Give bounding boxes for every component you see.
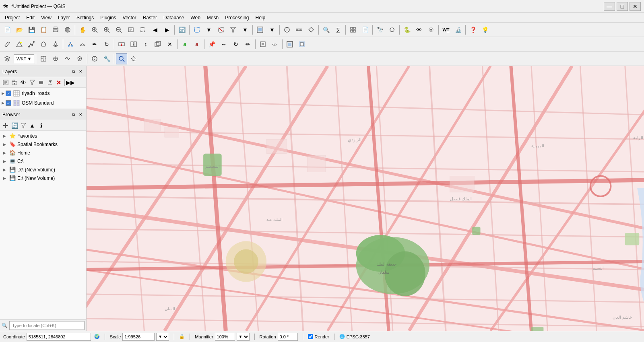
layers-close-btn[interactable]: ✕ bbox=[77, 68, 84, 75]
wt-btn[interactable]: WT bbox=[440, 24, 452, 35]
identify-button[interactable]: i bbox=[281, 24, 293, 35]
label-tool-btn[interactable]: a bbox=[179, 39, 190, 50]
collapse-all-btn[interactable] bbox=[46, 78, 54, 87]
menu-edit[interactable]: Edit bbox=[23, 14, 38, 21]
snap-btn[interactable] bbox=[65, 39, 76, 50]
menu-raster[interactable]: Raster bbox=[140, 14, 160, 21]
browser-close-btn[interactable]: ✕ bbox=[77, 111, 84, 118]
browser-float-btn[interactable]: ⧉ bbox=[70, 111, 76, 118]
expand-all-btn[interactable] bbox=[37, 78, 45, 87]
rotation-input[interactable] bbox=[278, 333, 298, 341]
add-selected-layer-btn[interactable] bbox=[2, 122, 10, 130]
open-layer-styling-btn[interactable] bbox=[2, 78, 10, 87]
menu-database[interactable]: Database bbox=[160, 14, 187, 21]
pin-annotation-btn[interactable]: 📌 bbox=[206, 39, 217, 50]
help-btn[interactable]: ❓ bbox=[467, 24, 479, 35]
layers-float-btn[interactable]: ⧉ bbox=[70, 68, 76, 75]
add-group-btn[interactable] bbox=[10, 78, 19, 87]
invert-sel-btn[interactable] bbox=[296, 39, 308, 50]
search-button[interactable]: 🔍 bbox=[320, 24, 332, 35]
adv-digitize4-btn[interactable] bbox=[74, 53, 85, 64]
debug-btn[interactable] bbox=[128, 53, 139, 64]
rotate-annotation-btn[interactable]: ↻ bbox=[230, 39, 242, 50]
digitize-line-btn[interactable] bbox=[26, 39, 37, 50]
menu-vector[interactable]: Vector bbox=[120, 14, 140, 21]
menu-mesh[interactable]: Mesh bbox=[204, 14, 222, 21]
adv-digitize3-btn[interactable] bbox=[62, 53, 73, 64]
select-area-button[interactable] bbox=[191, 24, 202, 35]
print-composer-button[interactable]: 📄 bbox=[359, 24, 371, 35]
select-dropdown[interactable]: ▼ bbox=[203, 24, 215, 35]
zoom-selection-button[interactable] bbox=[137, 24, 149, 35]
reshape-btn[interactable]: ✒ bbox=[89, 39, 100, 50]
zoom-layer-button[interactable] bbox=[125, 24, 136, 35]
more-options-btn[interactable]: ▶▶ bbox=[66, 78, 74, 87]
rotate-feature-btn[interactable]: ↻ bbox=[101, 39, 112, 50]
browser-collapse-btn[interactable]: ▲ bbox=[28, 122, 36, 130]
zoom-prev-button[interactable]: ◀ bbox=[149, 24, 161, 35]
merge-features-btn[interactable] bbox=[128, 39, 139, 50]
layer-checkbox-osm-standard[interactable]: ✓ bbox=[6, 100, 11, 106]
scale-dropdown[interactable]: ▼ bbox=[156, 333, 169, 341]
zoom-out-button[interactable] bbox=[113, 24, 124, 35]
filter-dropdown[interactable]: ▼ bbox=[239, 24, 251, 35]
toggle-editing-btn[interactable] bbox=[2, 39, 13, 50]
tree-item-c-drive[interactable]: ▶ 💻 C:\ bbox=[0, 157, 86, 165]
change-annotation-btn[interactable]: ✏ bbox=[242, 39, 254, 50]
adv-digitize2-btn[interactable] bbox=[50, 53, 61, 64]
zoom-next-button[interactable]: ▶ bbox=[161, 24, 173, 35]
magnifier-input[interactable] bbox=[215, 333, 235, 341]
copy-move-btn[interactable] bbox=[152, 39, 163, 50]
move-feature-btn[interactable]: ↕ bbox=[140, 39, 151, 50]
menu-layer[interactable]: Layer bbox=[55, 14, 73, 21]
trace-btn[interactable] bbox=[77, 39, 88, 50]
layer-item-riyadh-roads[interactable]: ▶ ✓ riyadh_roads bbox=[0, 89, 86, 98]
remove-layer-btn[interactable] bbox=[55, 78, 63, 87]
locator-input[interactable] bbox=[9, 321, 85, 330]
digitize-polygon-btn[interactable] bbox=[38, 39, 49, 50]
magnifier-button[interactable]: 🔭 bbox=[374, 24, 386, 35]
magnifier-dropdown[interactable]: ▼ bbox=[237, 333, 250, 341]
menu-settings[interactable]: Settings bbox=[73, 14, 97, 21]
menu-project[interactable]: Project bbox=[2, 14, 23, 21]
browser-info-btn[interactable]: ℹ bbox=[37, 122, 45, 130]
tree-item-spatial-bookmarks[interactable]: ▶ 🔖 Spatial Bookmarks bbox=[0, 140, 86, 148]
split-features-btn[interactable] bbox=[116, 39, 127, 50]
save-as-button[interactable]: 📋 bbox=[38, 24, 49, 35]
scale-input[interactable] bbox=[122, 333, 155, 341]
open-layouts-button[interactable] bbox=[347, 24, 359, 35]
pan-button[interactable]: ✋ bbox=[77, 24, 88, 35]
quick-search-btn[interactable] bbox=[116, 53, 127, 64]
layer-item-osm-standard[interactable]: ▶ ✓ OSM Standard bbox=[0, 98, 86, 108]
zoom-full-button[interactable] bbox=[89, 24, 100, 35]
html-annotation-btn[interactable]: </> bbox=[269, 39, 281, 50]
adv-digitize1-btn[interactable] bbox=[38, 53, 49, 64]
wkt-button[interactable]: WKT ▼ bbox=[14, 54, 34, 63]
atlas-button[interactable] bbox=[62, 24, 73, 35]
menu-help[interactable]: Help bbox=[252, 14, 269, 21]
tree-item-e-drive[interactable]: ▶ 💾 E:\ (New Volume) bbox=[0, 174, 86, 182]
digitize-point-btn[interactable] bbox=[14, 39, 25, 50]
browser-refresh-btn[interactable]: 🔄 bbox=[10, 122, 19, 130]
select-all-btn2[interactable] bbox=[284, 39, 295, 50]
layer-checkbox-riyadh-roads[interactable]: ✓ bbox=[6, 91, 11, 96]
menu-processing[interactable]: Processing bbox=[222, 14, 252, 21]
maximize-button[interactable]: □ bbox=[617, 2, 628, 11]
tree-item-d-drive[interactable]: ▶ 💾 D:\ (New Volume) bbox=[0, 165, 86, 174]
add-selected-button[interactable] bbox=[254, 24, 266, 35]
tips-btn[interactable]: 💡 bbox=[479, 24, 491, 35]
deselect-button[interactable] bbox=[215, 24, 227, 35]
menu-plugins[interactable]: Plugins bbox=[97, 14, 119, 21]
pan-map-button[interactable] bbox=[386, 24, 398, 35]
coordinate-input[interactable] bbox=[27, 333, 91, 341]
form-annotation-btn[interactable] bbox=[257, 39, 268, 50]
delete-selected-btn[interactable]: ✕ bbox=[164, 39, 175, 50]
georef-btn[interactable] bbox=[425, 24, 437, 35]
print-layout-button[interactable] bbox=[50, 24, 61, 35]
close-button[interactable]: ✕ bbox=[630, 2, 641, 11]
pixel-btn[interactable]: 🔬 bbox=[452, 24, 464, 35]
tree-item-favorites[interactable]: ▶ ⭐ Favorites bbox=[0, 132, 86, 140]
refresh-button[interactable]: 🔄 bbox=[176, 24, 188, 35]
filter-button[interactable] bbox=[227, 24, 239, 35]
menu-view[interactable]: View bbox=[38, 14, 55, 21]
